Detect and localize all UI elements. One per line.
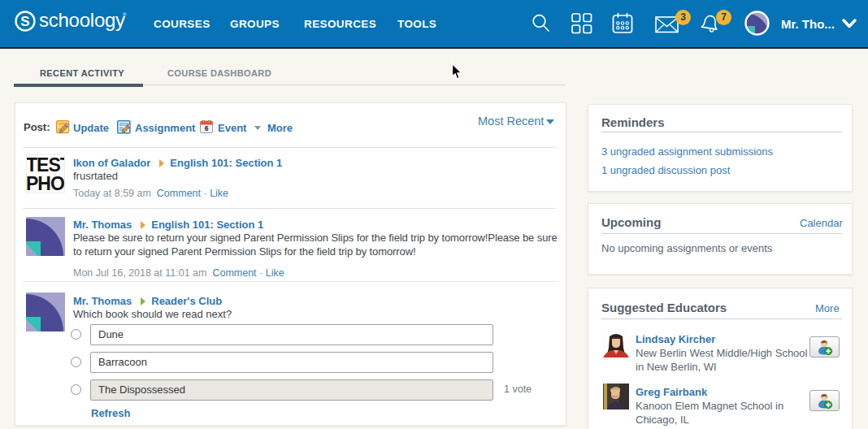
svg-text:S: S	[20, 14, 29, 29]
svg-text:6: 6	[205, 124, 209, 132]
